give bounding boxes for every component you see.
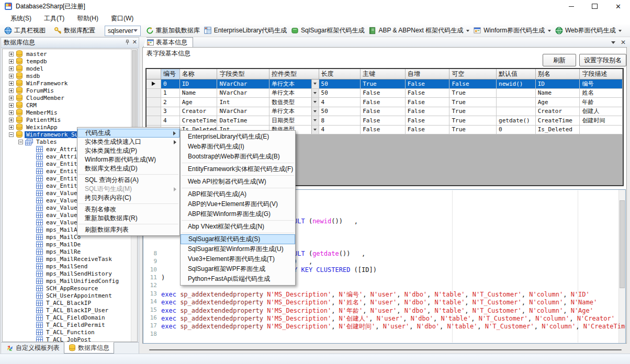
cell-自增[interactable]: False <box>406 126 450 134</box>
cell-控件类型[interactable]: 日期类型 <box>269 116 319 125</box>
column-header-别名[interactable]: 别名 <box>536 69 580 79</box>
tree-item-mps_MailReceiveTask[interactable]: mps_MailReceiveTask <box>3 255 131 263</box>
tree-item-SCH_UserAppointment[interactable]: SCH_UserAppointment <box>3 292 131 299</box>
submenu-item-SqlSugar框架WPF界面生成[interactable]: SqlSugar框架WPF界面生成 <box>181 264 295 274</box>
dock-tab-数据库信息[interactable]: 数据库信息 <box>64 342 114 354</box>
cell-默认值[interactable] <box>497 89 536 98</box>
database-type-combobox[interactable]: sqlserver <box>105 26 141 36</box>
cell-编号[interactable]: 1 <box>161 89 180 98</box>
submenu-item-ABP框架Winform界面生成(G)[interactable]: ABP框架Winform界面生成(G) <box>181 209 295 219</box>
cell-别名[interactable]: Name <box>536 89 580 98</box>
cell-自增[interactable]: False <box>406 79 450 88</box>
toolbar-button-退出[interactable]: 退出 <box>628 25 630 36</box>
tree-item-model[interactable]: model <box>3 65 131 72</box>
tree-item-mps_MailRe[interactable]: mps_MailRe <box>3 248 131 255</box>
cell-编号[interactable]: 0 <box>161 79 180 88</box>
close-button[interactable]: ✕ <box>606 0 630 13</box>
tree-item-CloudMember[interactable]: CloudMember <box>3 94 131 101</box>
column-header-默认值[interactable]: 默认值 <box>497 69 536 79</box>
tree-item-ForumMis[interactable]: ForumMis <box>3 87 131 94</box>
tree-item-T_ACL_BlackIP_User[interactable]: T_ACL_BlackIP_User <box>3 306 131 314</box>
cell-名称[interactable]: Age <box>180 98 218 107</box>
context-menu-item-刷新数据库列表[interactable]: 刷新数据库列表 <box>77 225 179 234</box>
control-type-dropdown-button[interactable] <box>311 116 319 125</box>
column-header-selector[interactable] <box>147 69 161 79</box>
cell-自增[interactable]: False <box>406 98 450 107</box>
row-selector-cell[interactable] <box>147 89 161 98</box>
row-selector-cell[interactable] <box>147 98 161 107</box>
tree-item-mps_MailSendHistory[interactable]: mps_MailSendHistory <box>3 270 131 277</box>
dropdown-arrow-icon[interactable] <box>618 30 622 32</box>
control-type-dropdown-button[interactable] <box>311 126 319 134</box>
context-menu-item-重新加载数据库(R)[interactable]: 重新加载数据库(R) <box>77 214 179 223</box>
toolbar-button-重新加载数据库[interactable]: 重新加载数据库 <box>144 25 202 36</box>
submenu-item-EnterpriseLibrary代码生成(E)[interactable]: EnterpriseLibrary代码生成(E) <box>181 132 295 142</box>
editor-scrollbar[interactable] <box>618 190 625 343</box>
submenu-item-ABP框架代码生成(A)[interactable]: ABP框架代码生成(A) <box>181 189 295 199</box>
cell-可空[interactable]: True <box>449 107 497 116</box>
cell-名称[interactable]: ID <box>180 79 218 88</box>
cell-名称[interactable]: Name <box>180 89 218 98</box>
cell-可空[interactable]: True <box>449 126 497 134</box>
cell-自增[interactable]: False <box>406 89 450 98</box>
column-header-主键[interactable]: 主键 <box>361 69 406 79</box>
pin-icon[interactable] <box>125 39 130 45</box>
tree-item-master[interactable]: master <box>3 50 131 58</box>
submenu-item-Python+FastApi后端代码生成[interactable]: Python+FastApi后端代码生成 <box>181 274 295 284</box>
cell-控件类型[interactable]: 单行文本 <box>269 107 319 116</box>
cell-主键[interactable]: False <box>361 116 406 125</box>
context-menu-item-Winform界面代码生成(W)[interactable]: Winform界面代码生成(W) <box>77 155 179 164</box>
context-menu-item-表别名修改[interactable]: 表别名修改 <box>77 205 179 214</box>
tree-item-mps_MailUnifiedConfig[interactable]: mps_MailUnifiedConfig <box>3 277 131 285</box>
dropdown-arrow-icon[interactable] <box>548 30 551 32</box>
control-type-dropdown-button[interactable] <box>311 79 319 88</box>
table-row[interactable]: 3CreatorNVarChar单行文本50FalseFalseTrueCrea… <box>147 107 623 117</box>
cell-自增[interactable]: False <box>406 116 450 125</box>
tree-item-T_ACL_FieldPermit[interactable]: T_ACL_FieldPermit <box>3 321 131 328</box>
cell-编号[interactable]: 3 <box>161 107 180 116</box>
tree-item-tempdb[interactable]: tempdb <box>3 58 131 65</box>
tree-item-PatientMis[interactable]: PatientMis <box>3 116 131 123</box>
column-header-控件类型[interactable]: 控件类型 <box>269 69 319 79</box>
cell-长度[interactable]: 50 <box>319 79 361 88</box>
editor-horizontal-scrollbar[interactable] <box>149 349 622 350</box>
context-menu-item-实体类属性生成(P)[interactable]: 实体类属性生成(P) <box>77 146 179 155</box>
tree-item-mps_MailSend[interactable]: mps_MailSend <box>3 263 131 270</box>
cell-别名[interactable]: Age <box>536 98 580 107</box>
cell-编号[interactable]: 2 <box>161 98 180 107</box>
row-selector-cell[interactable] <box>147 116 161 125</box>
cell-默认值[interactable] <box>497 98 536 107</box>
cell-控件类型[interactable]: 单行文本 <box>269 79 319 88</box>
cell-默认值[interactable] <box>497 107 536 116</box>
menubar-item-1[interactable]: 工具(T) <box>39 13 72 25</box>
maximize-button[interactable] <box>583 0 606 13</box>
dropdown-arrow-icon[interactable] <box>466 30 469 32</box>
table-row[interactable]: 1NameNVarChar单行文本50FalseFalseTrueName姓名 <box>147 89 623 98</box>
cell-名称[interactable]: CreateTime <box>180 116 218 125</box>
submenu-item-Web API控制器代码生成(W)[interactable]: Web API控制器代码生成(W) <box>181 177 295 187</box>
row-selector-cell[interactable] <box>147 79 161 88</box>
cell-编号[interactable]: 4 <box>161 116 180 125</box>
column-header-自增[interactable]: 自增 <box>406 69 450 79</box>
column-header-编号[interactable]: 编号 <box>161 69 180 79</box>
submenu-item-SqlSugar框架Winform界面生成(U)[interactable]: SqlSugar框架Winform界面生成(U) <box>181 244 295 254</box>
cell-别名[interactable]: Creator <box>536 107 580 116</box>
tree-item-T_ACL_BlackIP[interactable]: T_ACL_BlackIP <box>3 299 131 306</box>
row-selector-cell[interactable] <box>147 107 161 116</box>
context-menu-item-拷贝列表内容(C)[interactable]: 拷贝列表内容(C) <box>77 194 179 202</box>
tree-item-T_ACL_JobPost[interactable]: T_ACL_JobPost <box>3 336 131 342</box>
tree-item-SCH_AppResource[interactable]: SCH_AppResource <box>3 285 131 292</box>
cell-长度[interactable]: 8 <box>319 116 361 125</box>
submenu-item-Web界面代码生成(I)[interactable]: Web界面代码生成(I) <box>181 142 295 152</box>
submenu-item-Vue3+Element界面代码生成(T)[interactable]: Vue3+Element界面代码生成(T) <box>181 254 295 264</box>
tab-list-dropdown-icon[interactable] <box>611 41 615 44</box>
cell-别名[interactable]: Is_Deleted <box>536 126 580 134</box>
tree-item-T_ACL_FieldDomain[interactable]: T_ACL_FieldDomain <box>3 314 131 321</box>
control-type-dropdown-button[interactable] <box>311 89 319 98</box>
cell-字段类型[interactable]: NVarChar <box>217 89 269 98</box>
refresh-button[interactable]: 刷新 <box>543 54 576 66</box>
cell-主键[interactable]: True <box>361 79 406 88</box>
tree-item-mps_MailDe[interactable]: mps_MailDe <box>3 241 131 248</box>
tree-item-MemberMis[interactable]: MemberMis <box>3 109 131 116</box>
submenu-item-SqlSugar框架代码生成(S)[interactable]: SqlSugar框架代码生成(S) <box>181 234 295 244</box>
